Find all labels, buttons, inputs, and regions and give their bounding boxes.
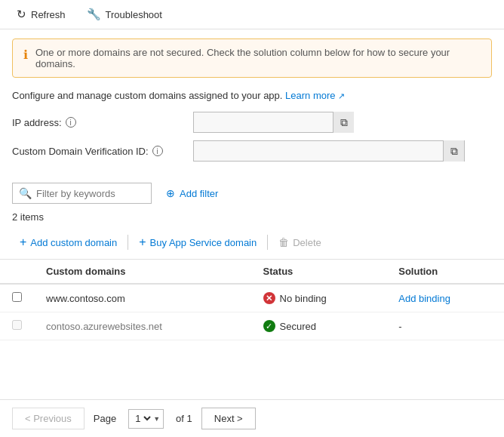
solution-header: Solution bbox=[386, 260, 504, 284]
delete-label: Delete bbox=[293, 237, 321, 248]
delete-icon: 🗑 bbox=[278, 236, 289, 248]
learn-more-label: Learn more bbox=[285, 90, 335, 101]
table-row: www.contoso.com✕No bindingAdd binding bbox=[0, 284, 504, 312]
row-checkbox-cell bbox=[0, 284, 34, 312]
external-link-icon: ↗ bbox=[338, 91, 345, 100]
previous-button[interactable]: < Previous bbox=[12, 408, 85, 429]
refresh-button[interactable]: ↻ Refresh bbox=[12, 5, 70, 24]
refresh-icon: ↻ bbox=[17, 8, 26, 21]
page-label: Page bbox=[94, 413, 116, 424]
table-row: contoso.azurewebsites.net✓Secured- bbox=[0, 312, 504, 340]
items-count-text: 2 items bbox=[12, 211, 44, 223]
troubleshoot-button[interactable]: 🔧 Troubleshoot bbox=[82, 5, 167, 24]
filter-input-wrap: 🔍 bbox=[12, 183, 152, 204]
solution-value: - bbox=[398, 321, 401, 332]
add-icon-1: + bbox=[20, 235, 26, 249]
config-desc-text: Configure and manage custom domains assi… bbox=[12, 90, 282, 101]
previous-label: < Previous bbox=[25, 413, 72, 424]
toolbar: ↻ Refresh 🔧 Troubleshoot bbox=[0, 0, 504, 29]
verification-info-icon[interactable]: i bbox=[152, 146, 163, 156]
row-checkbox[interactable] bbox=[12, 292, 22, 302]
domain-value: contoso.azurewebsites.net bbox=[46, 321, 162, 332]
table-body: www.contoso.com✕No bindingAdd bindingcon… bbox=[0, 284, 504, 340]
action-separator-2 bbox=[267, 235, 268, 250]
ip-address-input[interactable] bbox=[194, 117, 333, 128]
add-filter-button[interactable]: ⊕ Add filter bbox=[159, 183, 225, 203]
filter-row: 🔍 ⊕ Add filter bbox=[0, 178, 504, 210]
domain-cell: contoso.azurewebsites.net bbox=[34, 312, 251, 340]
filter-icon-btn: ⊕ bbox=[166, 187, 175, 199]
custom-domains-header: Custom domains bbox=[34, 260, 251, 284]
filter-input[interactable] bbox=[36, 188, 145, 199]
ok-icon: ✓ bbox=[263, 320, 275, 332]
add-filter-label: Add filter bbox=[180, 188, 218, 199]
page-select[interactable]: 1 bbox=[132, 412, 153, 425]
add-binding-link[interactable]: Add binding bbox=[398, 293, 450, 304]
domain-value: www.contoso.com bbox=[46, 293, 125, 304]
alert-banner: ℹ One or more domains are not secured. C… bbox=[12, 38, 492, 78]
domains-table: Custom domains Status Solution www.conto… bbox=[0, 260, 504, 340]
pagination-footer: < Previous Page 1 ▼ of 1 Next > bbox=[0, 399, 504, 437]
buy-app-service-domain-button[interactable]: + Buy App Service domain bbox=[131, 232, 264, 253]
verification-id-label: Custom Domain Verification ID: i bbox=[12, 146, 193, 157]
verification-id-input[interactable] bbox=[194, 146, 443, 157]
troubleshoot-label: Troubleshoot bbox=[106, 9, 162, 20]
ip-address-field: ⧉ bbox=[193, 112, 352, 133]
checkbox-header bbox=[0, 260, 34, 284]
add-custom-domain-label: Add custom domain bbox=[30, 237, 117, 248]
add-custom-domain-button[interactable]: + Add custom domain bbox=[12, 232, 124, 253]
config-description: Configure and manage custom domains assi… bbox=[12, 90, 492, 101]
status-header: Status bbox=[251, 260, 387, 284]
copy-icon: ⧉ bbox=[340, 116, 348, 129]
copy-icon-2: ⧉ bbox=[450, 145, 458, 158]
troubleshoot-icon: 🔧 bbox=[87, 8, 101, 21]
add-icon-2: + bbox=[139, 235, 146, 249]
items-count: 2 items bbox=[0, 210, 504, 229]
alert-message: One or more domains are not secured. Che… bbox=[35, 47, 481, 69]
chevron-down-icon: ▼ bbox=[153, 415, 160, 423]
verification-id-row: Custom Domain Verification ID: i ⧉ bbox=[12, 140, 492, 162]
row-checkbox[interactable] bbox=[12, 320, 22, 330]
next-button[interactable]: Next > bbox=[201, 408, 256, 429]
status-cell: ✓Secured bbox=[251, 312, 387, 340]
action-separator-1 bbox=[128, 235, 128, 250]
ip-info-icon[interactable]: i bbox=[66, 117, 76, 128]
solution-cell: - bbox=[386, 312, 504, 340]
error-icon: ✕ bbox=[263, 292, 275, 304]
domain-cell: www.contoso.com bbox=[34, 284, 251, 312]
next-label: Next > bbox=[214, 413, 243, 424]
refresh-label: Refresh bbox=[31, 9, 66, 20]
alert-icon: ℹ bbox=[23, 48, 28, 62]
config-section: Configure and manage custom domains assi… bbox=[0, 87, 504, 178]
delete-button[interactable]: 🗑 Delete bbox=[271, 232, 329, 252]
row-checkbox-cell bbox=[0, 312, 34, 340]
of-label: of 1 bbox=[176, 413, 192, 424]
ip-address-label: IP address: i bbox=[12, 117, 193, 128]
learn-more-link[interactable]: Learn more ↗ bbox=[285, 90, 345, 101]
action-bar: + Add custom domain + Buy App Service do… bbox=[0, 229, 504, 260]
table-header: Custom domains Status Solution bbox=[0, 260, 504, 284]
page-select-wrap: 1 ▼ bbox=[128, 409, 164, 429]
status-value: No binding bbox=[280, 293, 327, 304]
status-value: Secured bbox=[280, 321, 316, 332]
ip-address-row: IP address: i ⧉ bbox=[12, 112, 492, 133]
ip-address-copy-button[interactable]: ⧉ bbox=[333, 112, 354, 133]
search-icon: 🔍 bbox=[19, 187, 32, 199]
verification-id-field: ⧉ bbox=[193, 140, 465, 162]
status-cell: ✕No binding bbox=[251, 284, 387, 312]
buy-app-service-domain-label: Buy App Service domain bbox=[150, 237, 257, 248]
verification-id-copy-button[interactable]: ⧉ bbox=[443, 140, 464, 162]
solution-cell[interactable]: Add binding bbox=[386, 284, 504, 312]
